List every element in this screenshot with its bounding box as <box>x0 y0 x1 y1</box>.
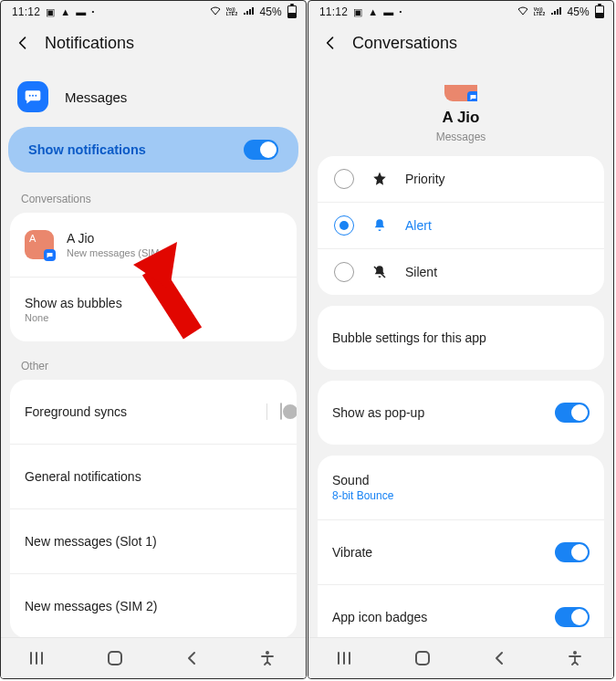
other-card: Foreground syncs General notifications N… <box>10 380 297 638</box>
image-icon: ▲ <box>368 7 378 17</box>
more-icon: • <box>92 8 95 16</box>
show-notifications-toggle[interactable] <box>244 140 278 160</box>
silent-radio[interactable] <box>334 262 354 282</box>
recents-button[interactable] <box>336 647 358 669</box>
svg-point-1 <box>32 95 34 97</box>
show-as-popup-toggle[interactable] <box>555 403 590 423</box>
silent-option[interactable]: Silent <box>318 248 604 295</box>
section-other: Other <box>1 352 306 380</box>
wifi-icon <box>517 6 528 17</box>
sound-value: 8-bit Bounce <box>332 489 393 502</box>
settings-card: Sound 8-bit Bounce Vibrate App icon badg… <box>318 456 604 638</box>
conversation-name: A Jio <box>67 231 171 246</box>
home-button[interactable] <box>104 647 126 669</box>
bubble-settings-row[interactable]: Bubble settings for this app <box>318 306 604 370</box>
bell-off-icon <box>371 264 389 280</box>
new-messages-slot1-row[interactable]: New messages (Slot 1) <box>10 508 297 573</box>
general-notifications-row[interactable]: General notifications <box>10 444 297 508</box>
battery-pct: 45% <box>259 5 282 18</box>
alert-radio[interactable] <box>334 215 354 236</box>
bell-icon <box>371 217 389 234</box>
svg-point-4 <box>266 651 269 655</box>
signal-icon <box>550 6 561 17</box>
page-title: Notifications <box>45 34 134 53</box>
phone-right: 11:12 ▣ ▲ ▬ • Vo)) LTE2 45% <box>308 0 614 679</box>
section-conversations: Conversations <box>1 185 306 213</box>
contact-avatar: A <box>444 68 477 101</box>
nav-bar <box>1 637 306 678</box>
more-icon: • <box>400 8 402 16</box>
vibrate-toggle[interactable] <box>555 542 590 562</box>
back-button[interactable] <box>488 647 510 669</box>
nav-bar <box>308 637 613 678</box>
popup-card: Show as pop-up <box>318 381 604 445</box>
show-as-popup-row[interactable]: Show as pop-up <box>318 381 604 445</box>
priority-option[interactable]: Priority <box>318 156 604 202</box>
battery-icon <box>595 5 604 18</box>
alert-option[interactable]: Alert <box>318 202 604 248</box>
screenshot-icon: ▣ <box>353 7 362 17</box>
app-row[interactable]: Messages <box>1 68 306 127</box>
messages-app-icon <box>17 81 48 112</box>
sound-row[interactable]: Sound 8-bit Bounce <box>318 456 604 519</box>
header: Conversations <box>308 21 613 68</box>
conversation-row[interactable]: A A Jio New messages (SIM 2) <box>10 213 297 277</box>
status-time: 11:12 <box>12 5 40 18</box>
recents-button[interactable] <box>28 647 50 669</box>
header: Notifications <box>1 21 306 68</box>
show-notifications-label: Show notifications <box>28 142 146 157</box>
bubble-settings-card: Bubble settings for this app <box>318 306 604 370</box>
back-icon[interactable] <box>321 34 339 52</box>
signal-icon <box>243 6 254 17</box>
page-title: Conversations <box>352 34 457 53</box>
chat-icon: ▬ <box>383 7 393 17</box>
app-icon-badges-toggle[interactable] <box>555 607 590 627</box>
priority-radio[interactable] <box>334 169 354 189</box>
conversations-card: A A Jio New messages (SIM 2) Show <box>10 213 297 341</box>
svg-rect-3 <box>109 652 121 665</box>
show-as-bubbles-label: Show as bubbles <box>25 296 122 310</box>
volte-icon: Vo)) LTE2 <box>534 7 546 16</box>
messages-mini-icon <box>467 91 479 103</box>
messages-mini-icon <box>44 249 56 261</box>
show-as-bubbles-value: None <box>25 312 122 323</box>
svg-point-0 <box>29 95 31 97</box>
contact-name: A Jio <box>323 109 599 127</box>
show-as-bubbles-row[interactable]: Show as bubbles None <box>10 277 297 341</box>
vibrate-row[interactable]: Vibrate <box>318 519 604 584</box>
status-bar: 11:12 ▣ ▲ ▬ • Vo)) LTE2 45% <box>1 1 306 21</box>
foreground-syncs-row[interactable]: Foreground syncs <box>10 380 297 444</box>
app-icon-badges-row[interactable]: App icon badges <box>318 584 604 638</box>
contact-avatar: A <box>25 230 54 259</box>
chat-icon: ▬ <box>76 7 86 17</box>
battery-pct: 45% <box>567 5 590 18</box>
back-button[interactable] <box>181 647 203 669</box>
contact-app: Messages <box>323 131 599 143</box>
star-icon <box>371 171 389 187</box>
svg-rect-5 <box>416 652 429 665</box>
wifi-icon <box>210 6 221 17</box>
status-bar: 11:12 ▣ ▲ ▬ • Vo)) LTE2 45% <box>308 1 613 21</box>
battery-icon <box>287 5 297 18</box>
status-time: 11:12 <box>319 5 348 18</box>
sound-label: Sound <box>332 473 393 487</box>
volte-icon: Vo)) LTE2 <box>226 7 238 16</box>
accessibility-button[interactable] <box>564 647 586 669</box>
screenshot-icon: ▣ <box>46 7 55 17</box>
contact-hero: A A Jio Messages <box>308 68 613 145</box>
foreground-syncs-toggle[interactable] <box>280 403 282 420</box>
accessibility-button[interactable] <box>256 647 278 669</box>
svg-point-2 <box>35 95 37 97</box>
phone-left: 11:12 ▣ ▲ ▬ • Vo)) LTE2 45% <box>0 0 307 679</box>
svg-point-6 <box>573 651 577 655</box>
new-messages-sim2-row[interactable]: New messages (SIM 2) <box>10 573 297 638</box>
home-button[interactable] <box>412 647 433 669</box>
conversation-subtitle: New messages (SIM 2) <box>67 247 171 258</box>
image-icon: ▲ <box>60 7 70 17</box>
notification-type-card: Priority Alert Silent <box>318 156 604 295</box>
back-icon[interactable] <box>14 34 32 52</box>
show-notifications-toggle-row[interactable]: Show notifications <box>8 127 298 173</box>
app-name: Messages <box>65 89 127 105</box>
